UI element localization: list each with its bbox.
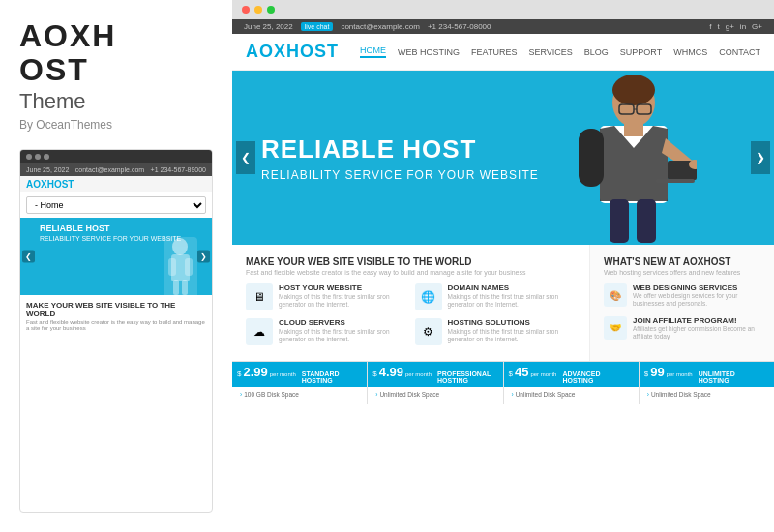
pricing-bar: $ 2.99 per month STANDARD HOSTING 100 GB… [232,361,774,404]
mobile-section-sub: Fast and flexible website creator is the… [26,319,206,331]
hero-arrow-right[interactable]: ❯ [751,141,770,174]
nav-whmcs[interactable]: WHMCS [673,47,707,57]
site-logo-main: AOX [246,42,286,61]
mobile-preview: June 25, 2022 contact@example.com +1 234… [19,149,213,513]
mobile-dot-1 [26,154,32,160]
svg-rect-14 [610,199,629,243]
price-period-2: per month [405,371,432,377]
price-feature-2: Unlimited Disk Space [375,391,494,398]
site-info-bar: June 25, 2022 live chat contact@example.… [232,19,774,34]
svg-rect-4 [173,280,179,295]
price-period-1: per month [270,371,296,377]
sidebar-title: WHAT'S NEW AT AOXHOST [604,256,760,267]
social-t: t [718,22,720,31]
brand-title: AOXH OST [19,19,213,87]
brand-section: AOXH OST Theme By OceanThemes [19,19,213,132]
feature-desc-3: Makings of this the first true similar s… [279,328,407,344]
live-chat-badge: live chat [301,22,334,31]
mobile-menu-select[interactable]: - Home [26,196,206,214]
price-name-4a: UNLIMITED [699,370,735,377]
features-grid: 🖥 HOST YOUR WEBSITE Makings of this the … [246,283,576,345]
feature-text-4: HOSTING SOLUTIONS Makings of this the fi… [448,318,577,344]
price-feature-4: Unlimited Disk Space [647,391,766,398]
price-name-2a: PROFESSIONAL [437,370,491,377]
site-wrapper: June 25, 2022 live chat contact@example.… [232,19,774,532]
svg-rect-5 [182,280,188,295]
site-phone: +1 234-567-08000 [428,22,491,31]
sidebar-item-title-2: JOIN AFFILIATE PROGRAM! [633,316,760,325]
nav-blog[interactable]: BLOG [584,47,609,57]
social-in: in [740,22,746,31]
app-container: AOXH OST Theme By OceanThemes June 25, 2… [0,0,774,532]
price-amount-3: 45 [515,365,528,379]
social-G: G+ [752,22,762,31]
mobile-section-title: MAKE YOUR WEB SITE VISIBLE TO THE WORLD [26,301,206,318]
sidebar-text-2: JOIN AFFILIATE PROGRAM! Affiliates get h… [633,316,760,341]
window-minimize-dot [254,6,262,14]
nav-services[interactable]: SERVICES [528,47,572,57]
mobile-phone: +1 234-567-89000 [151,166,206,173]
brand-title-part1: AOXH [19,18,116,53]
feature-text-2: DOMAIN NAMES Makings of this the first t… [448,283,577,310]
mobile-person-svg [164,237,197,295]
hero-title: RELIABLE HOST [261,134,539,164]
price-card-professional: $ 4.99 per month PROFESSIONAL HOSTING Un… [368,362,503,404]
site-date: June 25, 2022 [244,22,293,31]
mobile-logo-highlight: HOST [47,179,74,190]
mobile-logo: AOXHOST [26,179,74,190]
window-close-dot [242,6,250,14]
host-icon: 🖥 [246,283,273,310]
domain-icon: 🌐 [415,283,442,310]
feature-item-4: ⚙ HOSTING SOLUTIONS Makings of this the … [415,318,577,345]
features-section-title: MAKE YOUR WEB SITE VISIBLE TO THE WORLD [246,256,576,267]
brand-subtitle: Theme [19,89,213,114]
price-period-3: per month [530,371,556,377]
site-info-right: f t g+ in G+ [709,22,762,31]
price-card-header-unlimited: $ 99 per month UNLIMITED HOSTING [640,362,774,387]
price-card-header-professional: $ 4.99 per month PROFESSIONAL HOSTING [368,362,502,387]
mobile-info-bar: June 25, 2022 contact@example.com +1 234… [20,163,212,176]
feature-title-3: CLOUD SERVERS [279,318,407,327]
left-panel: AOXH OST Theme By OceanThemes June 25, 2… [0,0,232,532]
design-icon: 🎨 [604,283,627,307]
mobile-hero-arrow-right[interactable]: ❯ [197,251,210,263]
features-left: MAKE YOUR WEB SITE VISIBLE TO THE WORLD … [232,245,590,361]
mobile-contact: contact@example.com [75,166,144,173]
nav-features[interactable]: FEATURES [471,47,517,57]
price-amount-1: 2.99 [243,365,267,379]
nav-support[interactable]: SUPPORT [620,47,662,57]
price-card-header-advanced: $ 45 per month ADVANCED HOSTING [504,362,639,387]
price-name-2: PROFESSIONAL HOSTING [437,370,491,384]
nav-web-hosting[interactable]: WEB HOSTING [398,47,460,57]
hero-arrow-left[interactable]: ❮ [236,141,255,174]
price-feature-1: 100 GB Disk Space [240,391,359,398]
nav-contact[interactable]: CONTACT [719,47,760,57]
mobile-hero-person [164,237,197,295]
feature-title-4: HOSTING SOLUTIONS [448,318,577,327]
price-name-1: STANDARD HOSTING [302,370,340,384]
social-f: f [709,22,711,31]
hero-sub: RELIABILITY SERVICE FOR YOUR WEBSITE [261,168,539,182]
mobile-hero-arrow-left[interactable]: ❮ [22,251,35,263]
features-section-sub: Fast and flexible website creator is the… [246,269,576,276]
mobile-hero-title: RELIABLE HOST [40,223,206,233]
site-nav-links: HOME WEB HOSTING FEATURES SERVICES BLOG … [360,45,760,58]
price-name-3: ADVANCED HOSTING [562,370,600,384]
window-maximize-dot [267,6,275,14]
feature-item-2: 🌐 DOMAIN NAMES Makings of this the first… [415,283,577,310]
price-feature-3: Unlimited Disk Space [512,391,631,398]
site-logo-highlight: HOST [286,42,339,61]
mobile-top-bar [20,150,212,163]
feature-desc-1: Makings of this the first true similar s… [279,293,407,310]
feature-title-2: DOMAIN NAMES [448,283,577,292]
mobile-content-section: MAKE YOUR WEB SITE VISIBLE TO THE WORLD … [20,295,212,337]
sidebar-text-1: WEB DESIGNING SERVICES We offer web desi… [633,283,760,309]
price-name-2b: HOSTING [437,377,491,384]
price-name-1b: HOSTING [302,377,340,384]
price-name-3a: ADVANCED [562,370,600,377]
sidebar-item-2: 🤝 JOIN AFFILIATE PROGRAM! Affiliates get… [604,316,760,341]
svg-point-0 [172,238,188,255]
window-chrome [232,0,774,19]
nav-home[interactable]: HOME [360,45,386,58]
sidebar-item-title-1: WEB DESIGNING SERVICES [633,283,760,292]
